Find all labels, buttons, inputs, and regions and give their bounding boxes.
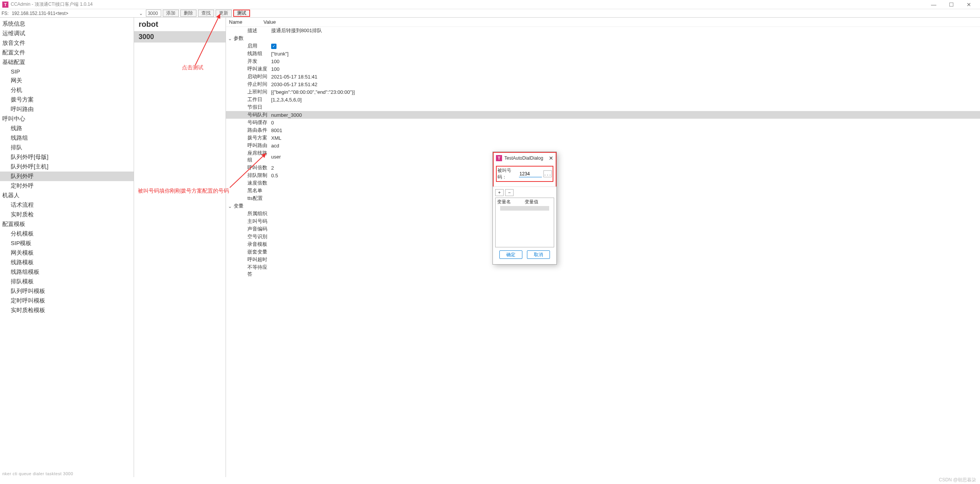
property-row[interactable]: tts配置 <box>226 195 980 202</box>
sidebar-item[interactable]: 机器人 <box>0 191 134 200</box>
property-row[interactable]: 拨号方案XML <box>226 134 980 142</box>
property-row[interactable]: 呼叫倍数2 <box>226 164 980 172</box>
sidebar-item[interactable]: 系统信息 <box>0 19 134 29</box>
property-name: 嵌套变量 <box>234 249 271 255</box>
sidebar-item[interactable]: 队列外呼[主机] <box>0 162 134 172</box>
property-row[interactable]: 路由条件8001 <box>226 126 980 134</box>
sidebar-item[interactable]: 排队 <box>0 143 134 152</box>
callee-input[interactable] <box>519 171 542 177</box>
property-row[interactable]: 所属组织 <box>226 210 980 217</box>
add-button[interactable]: 添加 <box>163 10 179 17</box>
property-row[interactable]: 上班时间[{"begin":"08:00:00","end":"23:00:00… <box>226 88 980 96</box>
property-row[interactable]: 座席线路组user <box>226 149 980 164</box>
property-row[interactable]: 速度倍数 <box>226 179 980 187</box>
property-row[interactable]: 声音编码 <box>226 225 980 233</box>
remove-var-button[interactable]: − <box>505 189 514 196</box>
sidebar-item[interactable]: 放音文件 <box>0 38 134 48</box>
property-row[interactable]: 呼叫路由acd <box>226 142 980 149</box>
add-var-button[interactable]: + <box>495 189 504 196</box>
property-name: 节假日 <box>234 104 271 111</box>
property-row[interactable]: 节假日 <box>226 103 980 111</box>
column-name: Name <box>229 19 263 25</box>
property-name: 黑名单 <box>234 187 271 194</box>
ok-button[interactable]: 确定 <box>499 250 522 259</box>
sidebar-item[interactable]: 排队模板 <box>0 277 134 286</box>
property-row[interactable]: 工作日[1,2,3,4,5,6,0] <box>226 96 980 103</box>
property-row[interactable]: 排队限制0.5 <box>226 172 980 179</box>
delete-button[interactable]: 删除 <box>180 10 196 17</box>
property-name: 线路组 <box>234 50 271 57</box>
sidebar-item[interactable]: 定时外呼 <box>0 181 134 191</box>
browse-button[interactable]: . . . <box>543 170 552 177</box>
sidebar-item[interactable]: 实时质检 <box>0 210 134 219</box>
close-button[interactable]: ✕ <box>960 0 978 9</box>
property-row[interactable]: ⌄参数 <box>226 34 980 42</box>
sidebar-item[interactable]: 运维调试 <box>0 29 134 38</box>
sidebar-item[interactable]: 网关模板 <box>0 248 134 258</box>
caret-icon: ⌄ <box>226 36 234 41</box>
find-button[interactable]: 查找 <box>198 10 214 17</box>
sidebar-item[interactable]: 定时呼叫模板 <box>0 296 134 306</box>
id-input[interactable]: 3000 <box>146 10 161 17</box>
property-row[interactable]: 黑名单 <box>226 187 980 195</box>
property-row[interactable]: 录音模板 <box>226 240 980 248</box>
window-title: CCAdmin - 顶顶通CTI接口客户端 1.0.14 <box>11 1 93 8</box>
fs-label: FS: <box>0 11 10 16</box>
sidebar-item[interactable]: 分机模板 <box>0 229 134 239</box>
sidebar-item[interactable]: 实时质检模板 <box>0 306 134 315</box>
property-name: 不等待应答 <box>234 264 271 278</box>
cancel-button[interactable]: 取消 <box>527 250 550 259</box>
property-value: [1,2,3,4,5,6,0] <box>271 97 980 103</box>
sidebar-item[interactable]: 拨号方案 <box>0 95 134 105</box>
property-value: 2 <box>271 165 980 171</box>
property-row[interactable]: 主叫号码 <box>226 217 980 225</box>
property-row[interactable]: 并发100 <box>226 57 980 65</box>
var-value-column: 变量值 <box>525 199 552 205</box>
property-row[interactable]: 描述接通后转接到8001排队 <box>226 27 980 34</box>
sidebar-item[interactable]: 队列呼叫模板 <box>0 286 134 296</box>
sidebar-item[interactable]: 呼叫路由 <box>0 105 134 114</box>
test-button[interactable]: 测试 <box>233 10 250 17</box>
sidebar-item[interactable]: SIP模板 <box>0 239 134 248</box>
sidebar-item[interactable]: 配置文件 <box>0 48 134 57</box>
sidebar-item[interactable]: 网关 <box>0 76 134 85</box>
minimize-button[interactable]: — <box>925 0 942 9</box>
property-row[interactable]: 嵌套变量 <box>226 248 980 256</box>
sidebar-item[interactable]: 配置模板 <box>0 219 134 229</box>
property-name: 并发 <box>234 58 271 65</box>
sidebar-item[interactable]: 分机 <box>0 85 134 95</box>
refresh-button[interactable]: 更新 <box>216 10 232 17</box>
sidebar-item[interactable]: 基础配置 <box>0 57 134 67</box>
property-row[interactable]: 启动时间2021-05-17 18:51:41 <box>226 73 980 80</box>
property-row[interactable]: 呼叫速度100 <box>226 65 980 73</box>
sidebar-item[interactable]: 话术流程 <box>0 200 134 210</box>
property-row[interactable]: 不等待应答 <box>226 263 980 278</box>
property-row[interactable]: 停止时间2030-05-17 18:51:42 <box>226 80 980 88</box>
property-row[interactable]: 号码缓存0 <box>226 119 980 126</box>
annotation-click-test: 点击测试 <box>182 64 203 71</box>
sidebar-item[interactable]: 队列外呼 <box>0 172 134 181</box>
property-row[interactable]: 启用✓ <box>226 42 980 50</box>
checkbox-checked-icon[interactable]: ✓ <box>271 44 276 49</box>
scrollbar[interactable] <box>500 206 549 211</box>
sidebar-item[interactable]: 队列外呼[母版] <box>0 152 134 162</box>
sidebar-item[interactable]: 线路组 <box>0 133 134 143</box>
caret-icon: ⌄ <box>226 203 234 209</box>
property-row[interactable]: 线路组["trunk"] <box>226 50 980 57</box>
fs-address-dropdown[interactable]: 192.168.152.131-911<test> ⌄ <box>10 11 144 16</box>
sidebar-item[interactable]: 呼叫中心 <box>0 114 134 124</box>
sidebar-item[interactable]: 线路模板 <box>0 258 134 267</box>
property-row[interactable]: ⌄变量 <box>226 202 980 210</box>
property-value: [{"begin":"08:00:00","end":"23:00:00"}] <box>271 89 980 95</box>
sidebar-item[interactable]: SIP <box>0 67 134 76</box>
list-item[interactable]: 3000 <box>134 31 226 43</box>
maximize-button[interactable]: ☐ <box>942 0 960 9</box>
property-row[interactable]: 呼叫超时 <box>226 256 980 263</box>
dialog-close-button[interactable]: ✕ <box>549 155 553 161</box>
sidebar-item[interactable]: 线路 <box>0 124 134 133</box>
property-name: 参数 <box>234 35 264 42</box>
sidebar-item[interactable]: 线路组模板 <box>0 267 134 277</box>
fs-address-value: 192.168.152.131-911<test> <box>12 11 68 16</box>
property-row[interactable]: 号码队列number_3000 <box>226 111 980 119</box>
property-row[interactable]: 空号识别 <box>226 233 980 240</box>
